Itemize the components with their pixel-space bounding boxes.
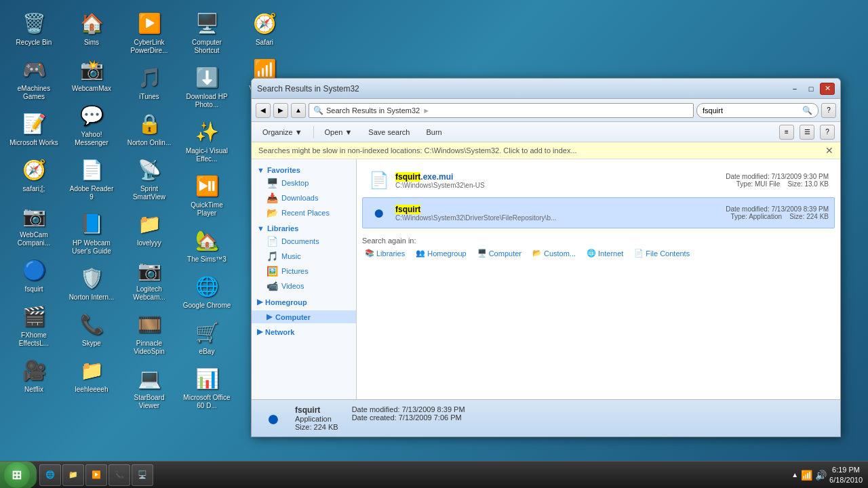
folder-taskbar-icon: 📁 [68, 470, 78, 479]
search-link-computer[interactable]: 🖥️ Computer [475, 247, 524, 259]
help-toolbar-button[interactable]: ? [820, 125, 835, 140]
sidebar-item-documents[interactable]: 📄 Documents [252, 234, 356, 249]
libraries-header[interactable]: ▼ Libraries [252, 223, 356, 234]
close-button[interactable]: ✕ [820, 83, 835, 95]
favorites-header[interactable]: ▼ Favorites [252, 165, 356, 176]
maximize-button[interactable]: □ [804, 83, 818, 95]
fxhome-icon: 🎬 [20, 302, 47, 329]
desktop-icon-sims3[interactable]: 🏡 The Sims™3 [180, 224, 234, 266]
desktop-icon-lovelyyy[interactable]: 📁 lovelyyy [122, 207, 176, 250]
result-item-fsquirt-mui[interactable]: 📄 fsquirt.exe.mui C:\Windows\System32\en… [362, 165, 835, 196]
search-link-homegroup[interactable]: 👥 Homegroup [413, 247, 469, 259]
preview-pane-button[interactable]: ☰ [800, 125, 814, 140]
desktop-icon-recycle-bin[interactable]: 🗑️ Recycle Bin [7, 7, 61, 49]
clock[interactable]: 6:19 PM 6/18/2010 [829, 465, 863, 485]
desktop-icon-fxhome[interactable]: 🎬 FXhome EffectsL... [7, 300, 61, 350]
result-item-fsquirt-app[interactable]: ● fsquirt C:\Windows\System32\DriverStor… [362, 197, 835, 228]
window-controls: − □ ✕ [787, 83, 835, 95]
search-link-custom[interactable]: 📂 Custom... [530, 247, 578, 259]
homegroup-link-icon: 👥 [416, 249, 425, 258]
search-input[interactable] [703, 106, 800, 115]
yahoo-icon: 💬 [78, 102, 105, 129]
help-button[interactable]: ? [821, 103, 836, 118]
desktop-icon-webcam-compani[interactable]: 📷 WebCam Compani... [7, 199, 61, 250]
desktop-icon-ebay[interactable]: 🛒 eBay [180, 316, 234, 359]
desktop-icon-emachines[interactable]: 🎮 eMachines Games [7, 53, 61, 104]
libraries-link-label: Libraries [376, 249, 405, 258]
desktop-icon-webcammax[interactable]: 📸 WebcamMax [64, 53, 119, 96]
file-meta-fsquirt-app: Date modified: 7/13/2009 8:39 PM Type: A… [726, 205, 829, 220]
desktop-icon-ms-office[interactable]: 📊 Microsoft Office 60 D... [180, 362, 234, 413]
norton-icon: 🛡️ [78, 264, 105, 291]
taskbar-item-5[interactable]: 🖥️ [132, 464, 153, 486]
desktop-icon-leehleeeeh[interactable]: 📁 leehleeeeh [64, 354, 119, 396]
desktop-icon-netflix[interactable]: 🎥 Netflix [7, 354, 61, 396]
desktop-icon-itunes[interactable]: 🎵 iTunes [122, 61, 176, 104]
tray-hide-icon[interactable]: ▲ [791, 471, 798, 479]
desktop-icon-norton[interactable]: 🛡️ Norton Intern... [64, 262, 119, 304]
burn-button[interactable]: Burn [421, 125, 448, 140]
pictures-icon: 🖼️ [267, 266, 278, 277]
taskbar-item-wmp[interactable]: ▶️ [85, 464, 107, 486]
libraries-label: Libraries [267, 224, 298, 232]
start-orb[interactable]: ⊞ [4, 462, 30, 488]
desktop-icon-norton-online[interactable]: 🔒 Norton Onlin... [122, 107, 176, 150]
fsquirt-label: fsquirt [24, 285, 43, 293]
start-button[interactable]: ⊞ [0, 462, 37, 489]
desktop-icon-yahoo[interactable]: 💬 Yahoo! Messenger [64, 99, 119, 150]
forward-button[interactable]: ▶ [273, 103, 288, 118]
desktop-icon-safari2[interactable]: 🧭 Safari [237, 7, 292, 49]
desktop-icon-microsoft-works[interactable]: 📝 Microsoft Works [7, 107, 61, 150]
sidebar-item-downloads[interactable]: 📥 Downloads [252, 190, 356, 205]
sidebar-item-desktop[interactable]: 🖥️ Desktop [252, 176, 356, 190]
desktop-icon-pinnacle[interactable]: 🎞️ Pinnacle VideoSpin [122, 308, 176, 359]
sidebar-item-pictures[interactable]: 🖼️ Pictures [252, 264, 356, 279]
desktop-icon-cyberlink[interactable]: ▶️ CyberLink PowerDire... [122, 7, 176, 58]
computer-header[interactable]: ▶ Computer [252, 310, 356, 323]
taskbar-item-folder[interactable]: 📁 [62, 464, 84, 486]
desktop-icon-fsquirt[interactable]: 🔵 fsquirt [7, 253, 61, 296]
desktop-icon-skype[interactable]: 📞 Skype [64, 308, 119, 350]
open-button[interactable]: Open ▼ [319, 125, 358, 140]
info-bar-close-button[interactable]: ✕ [825, 145, 833, 156]
file-info-fsquirt-app: fsquirt C:\Windows\System32\DriverStore\… [395, 205, 726, 222]
sidebar-item-music[interactable]: 🎵 Music [252, 249, 356, 264]
hp-webcam-label: HP Webcam User's Guide [67, 239, 116, 256]
desktop-icon-download-hp[interactable]: ⬇️ Download HP Photo... [180, 61, 234, 112]
search-link-file-contents[interactable]: 📄 File Contents [631, 247, 692, 259]
download-hp-icon: ⬇️ [193, 64, 220, 91]
organize-button[interactable]: Organize ▼ [257, 125, 308, 140]
open-label: Open [325, 128, 343, 136]
address-bar[interactable]: 🔍 Search Results in System32 ► [309, 103, 694, 118]
minimize-button[interactable]: − [787, 83, 802, 95]
desktop-icon-adobe[interactable]: 📄 Adobe Reader 9 [64, 153, 119, 204]
up-button[interactable]: ▲ [291, 103, 306, 118]
desktop-icon-safari[interactable]: 🧭 safari;[; [7, 153, 61, 196]
taskbar-item-skype[interactable]: 📞 [108, 464, 130, 486]
desktop-icon-sprint[interactable]: 📡 Sprint SmartView [122, 153, 176, 204]
network-header[interactable]: ▶ Network [252, 326, 356, 338]
save-search-button[interactable]: Save search [363, 125, 415, 140]
sidebar-item-recent-places[interactable]: 📂 Recent Places [252, 205, 356, 220]
sims-icon: 🏠 [78, 9, 105, 37]
computer-label: Computer [275, 313, 311, 321]
desktop-icon-sims[interactable]: 🏠 Sims [64, 7, 119, 49]
desktop-icon-hp-webcam[interactable]: 📘 HP Webcam User's Guide [64, 207, 119, 258]
desktop-icon-chrome[interactable]: 🌐 Google Chrome [180, 270, 234, 312]
view-toggle-button[interactable]: ≡ [779, 125, 794, 140]
magic-i-label: Magic-i Visual Effec... [182, 147, 231, 163]
search-link-libraries[interactable]: 📚 Libraries [362, 247, 408, 259]
sidebar-item-videos[interactable]: 📹 Videos [252, 279, 356, 293]
desktop-icon-quicktime[interactable]: ⏯️ QuickTime Player [180, 169, 234, 220]
desktop-icon-magic-i[interactable]: ✨ Magic-i Visual Effec... [180, 115, 234, 166]
search-link-internet[interactable]: 🌐 Internet [584, 247, 626, 259]
search-box[interactable]: 🔍 [696, 103, 818, 118]
desktop-icon-logitech[interactable]: 📷 Logitech Webcam... [122, 253, 176, 304]
taskbar-item-ie[interactable]: 🌐 [39, 464, 61, 486]
clock-time: 6:19 PM [829, 465, 863, 474]
desktop-icon-computer-shortcut[interactable]: 🖥️ Computer Shortcut [180, 7, 234, 58]
homegroup-header[interactable]: ▶ Homegroup [252, 296, 356, 308]
back-button[interactable]: ◀ [256, 103, 271, 118]
homegroup-label: Homegroup [265, 298, 307, 306]
desktop-icon-starboard[interactable]: 💻 StarBoard Viewer [122, 362, 176, 413]
